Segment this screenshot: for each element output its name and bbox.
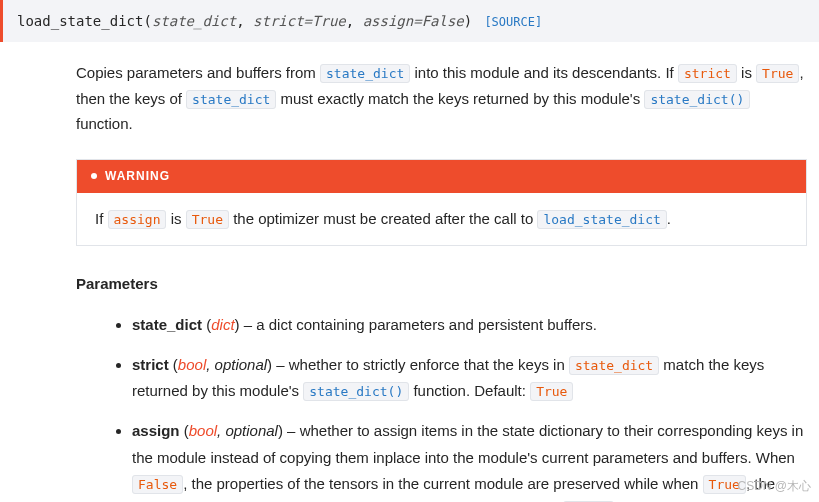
param-optional: , optional — [206, 356, 267, 373]
desc-text: must exactly match the keys returned by … — [276, 90, 644, 107]
list-item: strict (bool, optional) – whether to str… — [132, 352, 807, 405]
paren-open: ( — [143, 13, 151, 29]
signature-block: load_state_dict(state_dict, strict=True,… — [0, 0, 819, 42]
warning-label: WARNING — [105, 167, 170, 186]
param-type-link[interactable]: dict — [211, 316, 234, 333]
paren-close: ) — [464, 13, 472, 29]
desc-text: function. — [76, 115, 133, 132]
desc-text: into this module and its descendants. If — [410, 64, 678, 81]
warn-text: If — [95, 210, 108, 227]
source-link[interactable]: [SOURCE] — [484, 15, 542, 29]
code-state-dict[interactable]: state_dict — [186, 90, 276, 109]
warn-text: is — [166, 210, 185, 227]
content-body: Copies parameters and buffers from state… — [0, 60, 819, 502]
signature-params: state_dict, strict=True, assign=False — [152, 12, 464, 29]
list-item: state_dict (dict) – a dict containing pa… — [132, 312, 807, 338]
sig-default: =True — [304, 13, 346, 29]
param-type-link[interactable]: bool — [178, 356, 206, 373]
warning-body: If assign is True the optimizer must be … — [77, 193, 806, 245]
sig-param: strict — [253, 13, 304, 29]
code-state-dict-fn[interactable]: state_dict() — [644, 90, 750, 109]
inline-code: state_dict — [569, 356, 659, 375]
sig-param: assign — [363, 13, 414, 29]
warning-box: WARNING If assign is True the optimizer … — [76, 159, 807, 246]
code-load-state-dict[interactable]: load_state_dict — [537, 210, 666, 229]
watermark: CSDN @木心 — [737, 477, 811, 496]
sig-param: state_dict — [152, 13, 236, 29]
list-item: assign (bool, optional) – whether to ass… — [132, 418, 807, 502]
param-optional: , optional — [217, 422, 278, 439]
inline-code: True — [530, 382, 573, 401]
code-strict: strict — [678, 64, 737, 83]
desc-text: is — [737, 64, 756, 81]
desc-text: Copies parameters and buffers from — [76, 64, 320, 81]
bullet-icon — [91, 173, 97, 179]
param-name: state_dict — [132, 316, 202, 333]
parameters-list: state_dict (dict) – a dict containing pa… — [76, 312, 807, 502]
param-type-link[interactable]: bool — [189, 422, 217, 439]
param-name: assign — [132, 422, 180, 439]
warning-header: WARNING — [77, 160, 806, 193]
sig-default: =False — [413, 13, 464, 29]
inline-code: False — [132, 475, 183, 494]
inline-code-link[interactable]: state_dict() — [303, 382, 409, 401]
code-state-dict[interactable]: state_dict — [320, 64, 410, 83]
code-true: True — [186, 210, 229, 229]
parameters-heading: Parameters — [76, 272, 807, 296]
method-name: load_state_dict — [17, 13, 143, 29]
warn-text: the optimizer must be created after the … — [229, 210, 537, 227]
param-name: strict — [132, 356, 169, 373]
description-paragraph: Copies parameters and buffers from state… — [76, 60, 807, 137]
code-assign: assign — [108, 210, 167, 229]
code-true: True — [756, 64, 799, 83]
warn-text: . — [667, 210, 671, 227]
